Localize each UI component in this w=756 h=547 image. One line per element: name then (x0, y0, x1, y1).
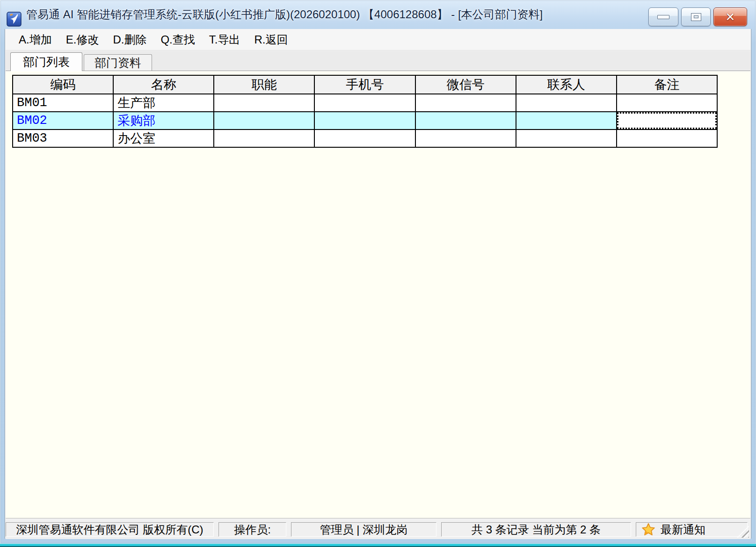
menu-item-add[interactable]: A.增加 (18, 31, 53, 48)
desktop-edge-line (0, 544, 756, 547)
cell-wechat[interactable] (415, 130, 516, 147)
status-operator-label: 操作员: (218, 522, 286, 537)
minimize-icon (657, 15, 669, 19)
menu-item-edit[interactable]: E.修改 (65, 31, 100, 48)
tab-department-list[interactable]: 部门列表 (10, 52, 82, 71)
tab-department-detail[interactable]: 部门资料 (84, 54, 152, 71)
column-header-name[interactable]: 名称 (113, 75, 214, 94)
table-row-selected[interactable]: BM02 采购部 (13, 112, 717, 130)
window-controls: ✕ (648, 7, 747, 26)
close-icon: ✕ (726, 11, 735, 23)
cell-name[interactable]: 生产部 (113, 94, 214, 112)
menu-item-return[interactable]: R.返回 (253, 31, 289, 48)
cell-wechat[interactable] (415, 94, 516, 112)
status-copyright: 深圳管易通软件有限公司 版权所有(C) (6, 522, 214, 537)
cell-wechat[interactable] (415, 112, 516, 130)
menu-item-find[interactable]: Q.查找 (160, 31, 196, 48)
cell-mobile[interactable] (314, 130, 415, 147)
column-header-code[interactable]: 编码 (13, 75, 113, 94)
star-icon (641, 522, 656, 537)
status-operator-value: 管理员 | 深圳龙岗 (291, 522, 436, 537)
cell-remark[interactable] (617, 130, 717, 147)
window-title: 管易通 AI 智能进销存管理系统-云联版(小红书推广版)(2026020100)… (26, 0, 543, 29)
cell-remark[interactable] (617, 94, 717, 112)
restore-icon (691, 13, 701, 21)
column-header-mobile[interactable]: 手机号 (314, 75, 415, 94)
cell-function[interactable] (214, 130, 314, 147)
cell-contact[interactable] (516, 94, 617, 112)
cell-mobile[interactable] (314, 112, 415, 130)
cell-contact[interactable] (516, 130, 617, 147)
cell-code[interactable]: BM03 (13, 130, 113, 147)
app-logo-icon (7, 12, 22, 27)
menu-item-export[interactable]: T.导出 (208, 31, 241, 48)
menu-item-delete[interactable]: D.删除 (112, 31, 147, 48)
cell-name[interactable]: 采购部 (113, 112, 214, 130)
table-row[interactable]: BM01 生产部 (13, 94, 717, 112)
column-header-function[interactable]: 职能 (214, 75, 314, 94)
app-window: 管易通 AI 智能进销存管理系统-云联版(小红书推广版)(2026020100)… (0, 0, 756, 544)
column-header-wechat[interactable]: 微信号 (415, 75, 516, 94)
client-area: A.增加 E.修改 D.删除 Q.查找 T.导出 R.返回 部门列表 部门资料 … (5, 29, 751, 539)
cell-code[interactable]: BM01 (13, 94, 113, 112)
cell-contact[interactable] (516, 112, 617, 130)
restore-button[interactable] (681, 7, 711, 26)
cell-name[interactable]: 办公室 (113, 130, 214, 147)
cell-code[interactable]: BM02 (13, 112, 113, 130)
titlebar[interactable]: 管易通 AI 智能进销存管理系统-云联版(小红书推广版)(2026020100)… (0, 0, 756, 29)
status-notice-label[interactable]: 最新通知 (661, 522, 705, 537)
status-record-info: 共 3 条记录 当前为第 2 条 (441, 522, 631, 537)
status-notice[interactable]: 最新通知 (636, 522, 748, 537)
minimize-button[interactable] (648, 7, 678, 26)
column-header-contact[interactable]: 联系人 (516, 75, 617, 94)
column-header-remark[interactable]: 备注 (617, 75, 717, 94)
grid-header-row: 编码 名称 职能 手机号 微信号 联系人 备注 (13, 75, 717, 94)
menubar: A.增加 E.修改 D.删除 Q.查找 T.导出 R.返回 (6, 29, 750, 50)
table-row[interactable]: BM03 办公室 (13, 130, 717, 147)
statusbar: 深圳管易通软件有限公司 版权所有(C) 操作员: 管理员 | 深圳龙岗 共 3 … (6, 518, 750, 539)
screen: 管易通 AI 智能进销存管理系统-云联版(小红书推广版)(2026020100)… (0, 0, 756, 547)
cell-function[interactable] (214, 94, 314, 112)
cell-function[interactable] (214, 112, 314, 130)
cell-mobile[interactable] (314, 94, 415, 112)
cell-remark-focused[interactable] (617, 112, 717, 130)
tab-page-content: 编码 名称 职能 手机号 微信号 联系人 备注 BM01 生产部 (6, 71, 750, 518)
tabstrip: 部门列表 部门资料 (6, 51, 750, 71)
close-button[interactable]: ✕ (713, 7, 747, 26)
department-grid: 编码 名称 职能 手机号 微信号 联系人 备注 BM01 生产部 (12, 75, 718, 148)
